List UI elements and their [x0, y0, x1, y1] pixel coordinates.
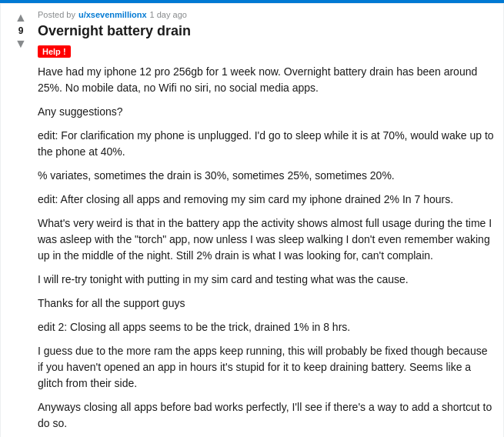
downvote-button[interactable]: ▼ — [13, 36, 28, 52]
author-link[interactable]: u/xsevenmillionx — [78, 10, 147, 19]
post-container: ▲ 9 ▼ Posted by u/xsevenmillionx 1 day a… — [0, 3, 504, 437]
post-content: Posted by u/xsevenmillionx 1 day ago Ove… — [38, 10, 494, 437]
body-p6: What's very weird is that in the battery… — [38, 215, 494, 264]
body-p3: edit: For clarification my phone is unpl… — [38, 128, 494, 160]
post-body: Have had my iphone 12 pro 256gb for 1 we… — [38, 64, 494, 432]
flair-badge: Help ! — [38, 45, 71, 58]
body-p7: I will re-try tonight with putting in my… — [38, 272, 494, 288]
post-title: Overnight battery drain — [38, 22, 494, 40]
posted-by-label: Posted by — [38, 10, 75, 19]
vote-column: ▲ 9 ▼ — [10, 10, 32, 437]
body-p9: edit 2: Closing all apps seems to be the… — [38, 319, 494, 335]
body-p5: edit: After closing all apps and removin… — [38, 192, 494, 208]
body-p10: I guess due to the more ram the apps kee… — [38, 343, 494, 392]
body-p8: Thanks for all the support guys — [38, 295, 494, 312]
body-p1: Have had my iphone 12 pro 256gb for 1 we… — [38, 64, 494, 96]
body-p4: % variates, sometimes the drain is 30%, … — [38, 168, 494, 184]
vote-count: 9 — [18, 25, 24, 36]
post-layout: ▲ 9 ▼ Posted by u/xsevenmillionx 1 day a… — [10, 10, 494, 437]
body-p2: Any suggestions? — [38, 104, 494, 120]
upvote-button[interactable]: ▲ — [13, 10, 28, 25]
post-meta: Posted by u/xsevenmillionx 1 day ago — [38, 10, 494, 19]
body-p11: Anyways closing all apps before bad work… — [38, 399, 494, 432]
post-time: 1 day ago — [150, 10, 187, 19]
